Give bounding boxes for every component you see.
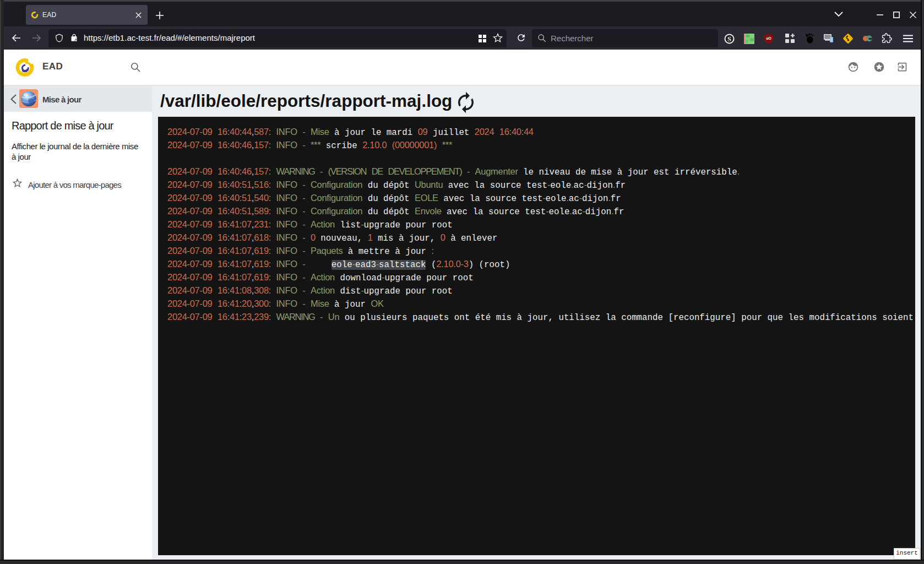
- svg-text:uO: uO: [766, 36, 771, 40]
- svg-text:S: S: [727, 35, 731, 43]
